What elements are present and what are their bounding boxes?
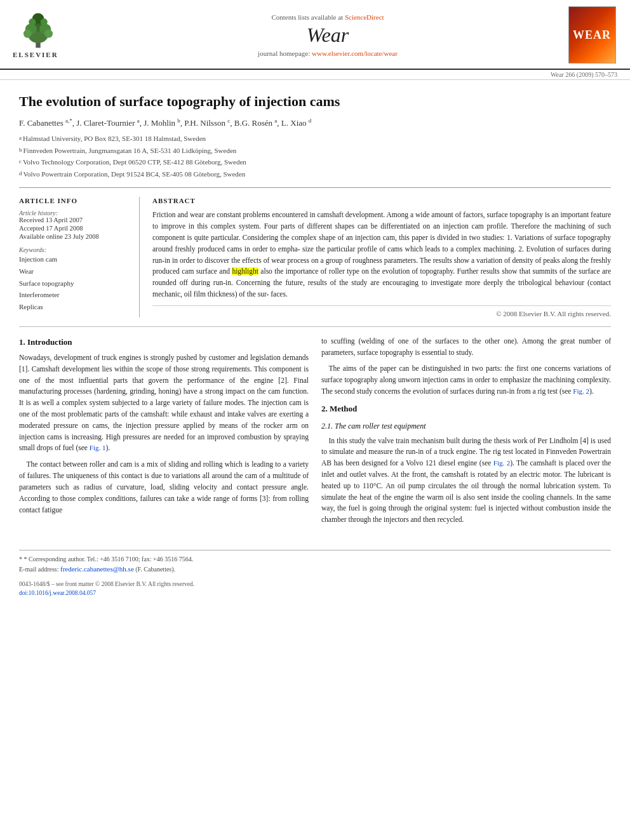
affiliation-a: a Halmstad University, PO Box 823, SE-30… bbox=[19, 133, 611, 145]
footnote-corresponding: * * Corresponding author. Tel.: +46 3516… bbox=[19, 554, 611, 564]
authors-line: F. Cabanettes a,*, J. Claret-Tournier a,… bbox=[19, 117, 611, 128]
affiliation-d: d Volvo Powertrain Corporation, Dept 915… bbox=[19, 169, 611, 180]
keyword-1: Injection cam bbox=[19, 253, 130, 265]
author-sup-b: b bbox=[177, 117, 180, 124]
affiliation-b: b Finnveden Powertrain, Jungmansgatan 16… bbox=[19, 145, 611, 157]
elsevier-tree-icon bbox=[13, 11, 64, 50]
author-sup-a: a,* bbox=[65, 117, 72, 124]
wear-cover-image: WEAR bbox=[568, 6, 616, 63]
intro-para-1: Nowadays, development of truck engines i… bbox=[19, 352, 309, 454]
affiliation-c: c Volvo Technology Corporation, Dept 065… bbox=[19, 157, 611, 168]
author-sup-d: d bbox=[309, 117, 312, 124]
keyword-4: Interferometer bbox=[19, 289, 130, 301]
elsevier-wordmark: ELSEVIER bbox=[13, 51, 58, 58]
journal-title: Wear bbox=[89, 23, 566, 47]
article-page: ELSEVIER Contents lists available at Sci… bbox=[0, 0, 630, 840]
fig2-link[interactable]: Fig. 2 bbox=[573, 387, 589, 395]
body-columns: 1. Introduction Nowadays, development of… bbox=[19, 336, 611, 531]
svg-point-6 bbox=[23, 30, 32, 38]
affiliations: a Halmstad University, PO Box 823, SE-30… bbox=[19, 133, 611, 180]
body-col-left: 1. Introduction Nowadays, development of… bbox=[19, 336, 309, 531]
highlight-word: highlight bbox=[232, 267, 258, 275]
article-info-label: ARTICLE INFO bbox=[19, 197, 130, 204]
abstract-text: Friction and wear are constant problems … bbox=[152, 210, 611, 300]
fig1-link[interactable]: Fig. 1 bbox=[90, 444, 106, 451]
article-info-abstract: ARTICLE INFO Article history: Received 1… bbox=[19, 187, 611, 317]
footnote-email: E-mail address: frederic.cabanettes@hh.s… bbox=[19, 564, 611, 575]
author-sup-a2: a bbox=[137, 117, 140, 124]
abstract-label: ABSTRACT bbox=[152, 197, 611, 204]
history-label: Article history: bbox=[19, 210, 130, 217]
wear-cover-title: WEAR bbox=[573, 29, 611, 42]
article-title: The evolution of surface topography of i… bbox=[19, 93, 611, 111]
method-heading: 2. Method bbox=[321, 403, 611, 415]
email-link[interactable]: frederic.cabanettes@hh.se bbox=[60, 565, 134, 573]
publisher-logo-area: ELSEVIER bbox=[13, 11, 89, 58]
doi-link[interactable]: doi:10.1016/j.wear.2008.04.057 bbox=[19, 590, 96, 596]
available-date: Available online 23 July 2008 bbox=[19, 233, 130, 240]
journal-header: ELSEVIER Contents lists available at Sci… bbox=[0, 0, 630, 70]
main-content: The evolution of surface topography of i… bbox=[0, 80, 630, 543]
journal-homepage: journal homepage: www.elsevier.com/locat… bbox=[89, 50, 566, 57]
article-info-column: ARTICLE INFO Article history: Received 1… bbox=[19, 197, 140, 317]
elsevier-logo: ELSEVIER bbox=[13, 11, 89, 58]
keyword-3: Surface topography bbox=[19, 277, 130, 290]
journal-header-center: Contents lists available at ScienceDirec… bbox=[89, 13, 566, 57]
body-separator bbox=[19, 326, 611, 327]
received-date: Received 13 April 2007 bbox=[19, 217, 130, 223]
intro-para-3: to scuffing (welding of one of the surfa… bbox=[321, 336, 611, 359]
homepage-link[interactable]: www.elsevier.com/locate/wear bbox=[312, 50, 398, 57]
abstract-column: ABSTRACT Friction and wear are constant … bbox=[152, 197, 611, 317]
intro-heading: 1. Introduction bbox=[19, 336, 309, 349]
keyword-5: Replicas bbox=[19, 301, 130, 313]
page-footer: 0043-1648/$ – see front matter © 2008 El… bbox=[19, 580, 611, 598]
journal-cover: WEAR bbox=[566, 6, 617, 63]
article-footer: * * Corresponding author. Tel.: +46 3516… bbox=[19, 550, 611, 575]
fig2b-link[interactable]: Fig. 2 bbox=[493, 459, 510, 467]
article-meta-line: Wear 266 (2009) 570–573 bbox=[0, 70, 630, 80]
accepted-date: Accepted 17 April 2008 bbox=[19, 225, 130, 232]
intro-para-2: The contact between roller and cam is a … bbox=[19, 459, 309, 516]
keywords-section: Keywords: Injection cam Wear Surface top… bbox=[19, 246, 130, 312]
svg-point-8 bbox=[29, 18, 36, 25]
keywords-label: Keywords: bbox=[19, 246, 130, 253]
method-para: In this study the valve train mechanism … bbox=[321, 436, 611, 526]
body-col-right: to scuffing (welding of one of the surfa… bbox=[321, 336, 611, 531]
keyword-2: Wear bbox=[19, 265, 130, 277]
method-sub-heading: 2.1. The cam roller test equipment bbox=[321, 420, 611, 432]
author-sup-a3: a bbox=[274, 117, 277, 124]
svg-point-7 bbox=[44, 30, 53, 38]
sciencedirect-link[interactable]: ScienceDirect bbox=[345, 13, 384, 21]
author-sup-c: c bbox=[227, 117, 230, 124]
contents-line: Contents lists available at ScienceDirec… bbox=[89, 13, 566, 21]
copyright-line: © 2008 Elsevier B.V. All rights reserved… bbox=[152, 305, 611, 317]
intro-para-4: The aims of the paper can be distinguish… bbox=[321, 363, 611, 397]
svg-point-9 bbox=[41, 18, 48, 25]
doi-line: doi:10.1016/j.wear.2008.04.057 bbox=[19, 589, 611, 597]
issn-line: 0043-1648/$ – see front matter © 2008 El… bbox=[19, 580, 611, 589]
